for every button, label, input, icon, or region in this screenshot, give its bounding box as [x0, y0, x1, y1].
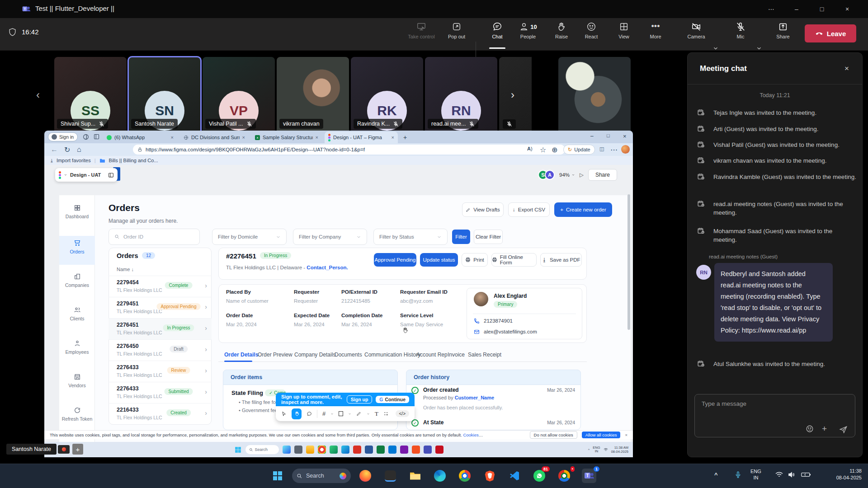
- orders-name-column[interactable]: Name ↓: [117, 267, 134, 272]
- tab-account-rep[interactable]: Account Rep: [416, 352, 448, 358]
- view-button[interactable]: View: [609, 22, 638, 48]
- shape-tool-icon[interactable]: [339, 411, 343, 416]
- contact-email[interactable]: alex@vstatefilings.com: [484, 329, 537, 334]
- shared-app-icon[interactable]: [294, 446, 302, 454]
- sidebar-item-employees[interactable]: Employees: [59, 340, 95, 355]
- taskbar-vscode-icon[interactable]: [507, 469, 522, 483]
- layout-panel-icon[interactable]: [108, 172, 114, 178]
- pen-tool-icon[interactable]: [356, 411, 362, 417]
- cursor-tool-icon[interactable]: [281, 411, 287, 417]
- tray-mic-icon[interactable]: [734, 470, 742, 479]
- browser-maximize-icon[interactable]: □: [607, 133, 610, 138]
- more-button[interactable]: ••• More: [641, 22, 670, 48]
- taskbar-whatsapp-icon[interactable]: 81: [532, 469, 547, 483]
- create-order-button[interactable]: + Create new order: [554, 202, 612, 217]
- sidebar-item-companies[interactable]: Companies: [59, 273, 95, 288]
- tab-invoice[interactable]: Invoice: [448, 352, 465, 358]
- browser-profile-avatar[interactable]: [621, 145, 630, 154]
- chat-close-icon[interactable]: ×: [844, 64, 849, 73]
- contact-phone[interactable]: 2123874901: [484, 318, 513, 324]
- home-icon[interactable]: ⌂: [77, 145, 81, 154]
- raise-button[interactable]: Raise: [547, 22, 576, 48]
- tab-close-icon[interactable]: ×: [316, 135, 318, 140]
- leave-button[interactable]: Leave: [805, 24, 856, 42]
- view-drafts-button[interactable]: View Drafts: [462, 202, 504, 217]
- refresh-icon[interactable]: ↻: [64, 145, 70, 154]
- order-row[interactable]: 2276450TL Flex Holdings LLC Draft›: [108, 339, 212, 361]
- order-row-selected[interactable]: 2276451TL Flex Holdings LLC In Progress›: [108, 318, 212, 339]
- shared-app-icon[interactable]: [283, 446, 291, 454]
- update-status-button[interactable]: Update status: [420, 253, 458, 267]
- gamebar-overlay[interactable]: [58, 445, 70, 454]
- participant-tile[interactable]: SS Shivani Sup...: [54, 57, 127, 134]
- camera-button[interactable]: Camera: [682, 22, 711, 48]
- minimize-button[interactable]: –: [788, 4, 806, 14]
- emoji-icon[interactable]: [806, 425, 814, 433]
- edge-signin-pill[interactable]: Sign in: [48, 132, 78, 141]
- chat-button[interactable]: Chat: [483, 22, 512, 48]
- read-aloud-icon[interactable]: A): [527, 146, 533, 151]
- camera-chevron-icon[interactable]: [712, 45, 719, 52]
- close-button[interactable]: ×: [838, 4, 856, 14]
- participant-tile[interactable]: RK Ravindra K...: [351, 57, 423, 134]
- tab-documents[interactable]: Documents: [335, 352, 362, 358]
- participant-tile[interactable]: SN Santosh Narate: [128, 57, 201, 134]
- order-row[interactable]: 2276433TL Flex Holdings LLC Submitted›: [108, 382, 212, 403]
- taskbar-firefox-icon[interactable]: [358, 469, 373, 483]
- order-row[interactable]: 2279454TL Flex Holdings LLC Complete›: [108, 276, 212, 297]
- url-field[interactable]: https://www.figma.com/design/9BKQ0FOHRWa…: [133, 145, 565, 155]
- taskbar-brave-icon[interactable]: [482, 469, 497, 483]
- hand-tool-icon[interactable]: [292, 408, 301, 419]
- shared-app-icon[interactable]: [306, 446, 314, 454]
- figma-signup-button[interactable]: Sign up: [347, 395, 373, 404]
- taskbar-edge-icon[interactable]: [433, 469, 447, 483]
- people-button[interactable]: 10 People: [514, 22, 542, 48]
- taskbar-explorer-icon[interactable]: [408, 469, 422, 483]
- shared-app-icon[interactable]: [377, 446, 385, 454]
- browser-menu-icon[interactable]: ⋯: [610, 145, 618, 154]
- tab-communication-history[interactable]: Communication History: [364, 352, 420, 358]
- attach-plus-icon[interactable]: +: [822, 424, 827, 434]
- tab-close-icon[interactable]: ×: [242, 135, 245, 140]
- tab-order-details[interactable]: Order Details: [224, 352, 258, 358]
- allow-cookies-button[interactable]: Allow all cookies: [582, 432, 621, 438]
- workspaces-icon[interactable]: [93, 133, 100, 140]
- customer-name-link[interactable]: Customer_Name: [455, 395, 494, 400]
- chevron-down-icon[interactable]: [348, 412, 351, 416]
- canvas-scrollbar[interactable]: [627, 194, 630, 330]
- shared-app-icon[interactable]: [424, 446, 432, 454]
- tray-chevron-icon[interactable]: ^: [714, 471, 718, 478]
- titlebar-more-icon[interactable]: ⋯: [762, 4, 780, 14]
- zoom-level[interactable]: 94%: [559, 172, 575, 178]
- mic-button[interactable]: Mic: [726, 22, 755, 48]
- sidebar-item-dashboard[interactable]: Dashboard: [59, 204, 95, 219]
- google-continue-button[interactable]: GContinue: [376, 396, 409, 403]
- print-button[interactable]: Print: [462, 253, 488, 267]
- clear-filter-button[interactable]: Clear Filter: [474, 230, 503, 244]
- sidebar-item-orders[interactable]: Orders: [59, 239, 95, 254]
- browser-tab-figma[interactable]: Design - UAT – Figma×: [325, 131, 398, 143]
- strip-scroll-left-icon[interactable]: ‹: [36, 89, 40, 101]
- strip-scroll-right-icon[interactable]: ›: [511, 89, 514, 101]
- update-button[interactable]: ↻Update: [563, 145, 595, 155]
- participant-tile-partial[interactable]: [499, 57, 532, 134]
- split-screen-icon[interactable]: ◫: [599, 146, 604, 152]
- participant-tile-video[interactable]: [558, 57, 631, 134]
- import-favorites-link[interactable]: Import favorites: [57, 158, 91, 163]
- copilot-icon[interactable]: [82, 133, 90, 141]
- pop-out-button[interactable]: Pop out: [442, 22, 471, 48]
- order-row[interactable]: 2279451TL Flex Holdings LLC Approval Pen…: [108, 297, 212, 318]
- order-row[interactable]: 2276433TL Flex Holdings LLC Review›: [108, 361, 212, 382]
- share-button[interactable]: Share: [769, 22, 797, 48]
- participant-tile-video[interactable]: vikram chavan: [277, 57, 349, 134]
- sidebar-item-vendors[interactable]: Vendors: [59, 373, 95, 388]
- browser-tab-excel[interactable]: x Sample Salary Structure with calc×: [251, 132, 322, 142]
- shared-app-icon[interactable]: [341, 446, 349, 454]
- shared-app-icon[interactable]: [435, 446, 443, 454]
- browser-tab-whatsapp[interactable]: (6) WhatsApp×: [103, 132, 177, 142]
- participant-tile[interactable]: RN read.ai mee...: [425, 57, 497, 134]
- bills-folder-link[interactable]: Bills || Billing and Co...: [109, 158, 158, 163]
- dev-mode-toggle[interactable]: </>: [396, 410, 409, 417]
- cookies-settings-link[interactable]: Cookies settings: [463, 432, 484, 437]
- tab-sales-receipt[interactable]: Sales Receipt: [468, 352, 501, 358]
